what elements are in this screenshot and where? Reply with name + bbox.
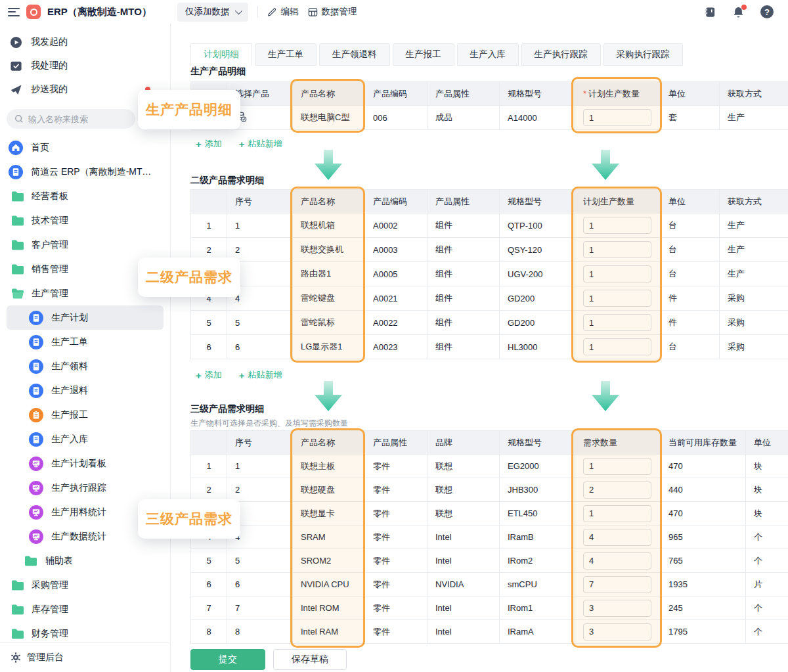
add-row-button[interactable]: +添加 xyxy=(196,369,222,381)
plus-icon: + xyxy=(196,139,202,150)
quantity-input[interactable] xyxy=(583,314,651,331)
section-subtitle-level3: 生产物料可选择是否采购、及填写需采购数量 xyxy=(190,418,348,429)
product-attr-cell: 零件 xyxy=(365,549,427,573)
sidebar-folder-inventory[interactable]: 库存管理 xyxy=(0,597,170,621)
section-title-level2: 二级产品需求明细 xyxy=(190,175,264,187)
submit-button[interactable]: 提交 xyxy=(190,649,265,670)
quantity-input[interactable] xyxy=(583,529,651,546)
callout-production-products: 生产产品明细 xyxy=(138,90,240,129)
quantity-input[interactable] xyxy=(583,265,651,282)
callout-level2-demand: 二级产品需求 xyxy=(138,258,240,297)
sidebar-item-label: 生产执行跟踪 xyxy=(51,482,106,494)
spec-cell: HL3000 xyxy=(500,335,575,359)
topbar-left: ERP（离散制造-MTO） xyxy=(0,5,172,19)
sidebar-nav: 首页 简道云 ERP（离散制造-MTO）... 经营看板 技术管理 客户管理 销… xyxy=(0,135,170,646)
menu-toggle-icon[interactable] xyxy=(8,8,20,16)
sidebar-folder-tech[interactable]: 技术管理 xyxy=(0,208,170,233)
quantity-input[interactable] xyxy=(583,217,651,234)
add-row-button[interactable]: +添加 xyxy=(196,138,222,150)
quantity-input[interactable] xyxy=(583,482,651,499)
sidebar-item-initiated[interactable]: 我发起的 xyxy=(0,30,170,54)
quantity-input[interactable] xyxy=(583,552,651,570)
sidebar-item-production-order[interactable]: 生产工单 xyxy=(0,330,170,354)
row-index-cell: 6 xyxy=(191,573,227,596)
quantity-input[interactable] xyxy=(583,338,651,355)
sidebar-item-admin[interactable]: 管理后台 xyxy=(0,642,170,672)
sidebar-item-home[interactable]: 首页 xyxy=(0,135,170,160)
unit-cell: 块 xyxy=(746,502,788,526)
sidebar-item-label: 生产计划看板 xyxy=(51,458,106,470)
method-cell: 生产 xyxy=(720,238,788,262)
quantity-input[interactable] xyxy=(583,576,651,593)
sidebar-item-processed[interactable]: 我处理的 xyxy=(0,54,170,78)
sidebar-item-label: 我处理的 xyxy=(31,60,68,72)
app-logo-icon xyxy=(26,5,41,19)
sidebar-item-production-plan[interactable]: 生产计划 xyxy=(7,305,164,330)
sidebar-item-execution-tracking[interactable]: 生产执行跟踪 xyxy=(0,476,170,500)
tab-production-report[interactable]: 生产报工 xyxy=(393,43,454,66)
sidebar-item-production-report[interactable]: 生产报工 xyxy=(0,403,170,427)
quantity-input[interactable] xyxy=(583,458,651,475)
sidebar-item-production-return[interactable]: 生产退料 xyxy=(0,378,170,403)
product-name-cell: 联想硬盘 xyxy=(293,478,365,502)
sidebar-folder-purchase[interactable]: 采购管理 xyxy=(0,573,170,597)
tab-purchase-execution-tracking[interactable]: 采购执行跟踪 xyxy=(603,43,683,66)
sidebar-item-label: 生产领料 xyxy=(51,361,88,372)
help-icon[interactable]: ? xyxy=(760,5,774,18)
unit-cell: 台 xyxy=(661,238,720,262)
table2-actions: +添加 +粘贴新增 xyxy=(196,369,282,381)
header-spec: 规格型号 xyxy=(500,82,575,106)
sidebar-folder-business-board[interactable]: 经营看板 xyxy=(0,184,170,208)
sidebar-item-app[interactable]: 简道云 ERP（离散制造-MTO）... xyxy=(0,160,170,184)
quantity-input[interactable] xyxy=(583,241,651,258)
data-mode-dropdown[interactable]: 仅添加数据 xyxy=(177,3,248,22)
seq-cell: 6 xyxy=(227,573,293,596)
quantity-input[interactable] xyxy=(583,505,651,522)
folder-icon xyxy=(11,240,24,250)
tab-plan-detail[interactable]: 计划明细 xyxy=(190,43,252,66)
header-spec: 规格型号 xyxy=(500,190,575,213)
level2-table: 序号 产品名称 产品编码 产品属性 规格型号 计划生产数量 单位 获取方式 1 … xyxy=(190,189,788,359)
table-header-row: 序号 产品名称 产品编码 产品属性 规格型号 计划生产数量 单位 获取方式 xyxy=(191,190,788,213)
sidebar-item-label: 生产工单 xyxy=(51,336,88,348)
notification-bell-icon[interactable] xyxy=(732,6,745,18)
quantity-input[interactable] xyxy=(583,109,651,126)
tab-production-execution-tracking[interactable]: 生产执行跟踪 xyxy=(521,43,601,66)
sidebar-folder-customer[interactable]: 客户管理 xyxy=(0,233,170,257)
quantity-input[interactable] xyxy=(583,600,651,617)
data-manage-button[interactable]: 数据管理 xyxy=(308,6,357,18)
search-input[interactable] xyxy=(28,114,120,124)
product-name-cell: 联想交换机 xyxy=(293,238,365,262)
spec-cell: A14000 xyxy=(500,106,575,130)
header-brand: 品牌 xyxy=(427,431,500,455)
sidebar-item-production-picking[interactable]: 生产领料 xyxy=(0,354,170,378)
quantity-input[interactable] xyxy=(583,290,651,307)
task-check-icon xyxy=(10,60,22,72)
tab-production-inbound[interactable]: 生产入库 xyxy=(457,43,519,66)
tab-production-pick-return[interactable]: 生产领退料 xyxy=(319,43,390,66)
unit-cell: 个 xyxy=(746,596,788,620)
save-draft-button[interactable]: 保存草稿 xyxy=(273,649,347,670)
tab-production-order[interactable]: 生产工单 xyxy=(255,43,317,66)
edit-button[interactable]: 编辑 xyxy=(267,6,299,18)
unit-cell: 件 xyxy=(661,286,720,311)
header-demand-qty: 需求数量 xyxy=(575,431,661,455)
quantity-input[interactable] xyxy=(583,623,651,640)
header-product-attr: 产品属性 xyxy=(427,190,500,213)
sidebar-item-plan-board[interactable]: 生产计划看板 xyxy=(0,451,170,476)
header-product-name: 产品名称 xyxy=(293,82,365,106)
header-blank xyxy=(191,431,227,455)
header-unit: 单位 xyxy=(661,190,720,213)
sidebar-item-label: 首页 xyxy=(31,142,49,154)
paste-add-button[interactable]: +粘贴新增 xyxy=(239,369,282,381)
row-index-cell: 5 xyxy=(191,549,227,573)
main-content: 计划明细 生产工单 生产领退料 生产报工 生产入库 生产执行跟踪 采购执行跟踪 … xyxy=(171,24,788,672)
paste-add-button[interactable]: +粘贴新增 xyxy=(239,138,282,150)
sidebar-search xyxy=(7,109,135,129)
sidebar-folder-auxiliary-tables[interactable]: 辅助表 xyxy=(0,549,170,573)
sidebar-item-production-inbound[interactable]: 生产入库 xyxy=(0,427,170,451)
header-available-stock: 当前可用库存数量 xyxy=(661,431,746,455)
contacts-book-icon[interactable] xyxy=(704,6,716,18)
sidebar-item-label: 生产用料统计 xyxy=(51,506,106,518)
section-title-level3: 三级产品需求明细 xyxy=(190,403,264,415)
